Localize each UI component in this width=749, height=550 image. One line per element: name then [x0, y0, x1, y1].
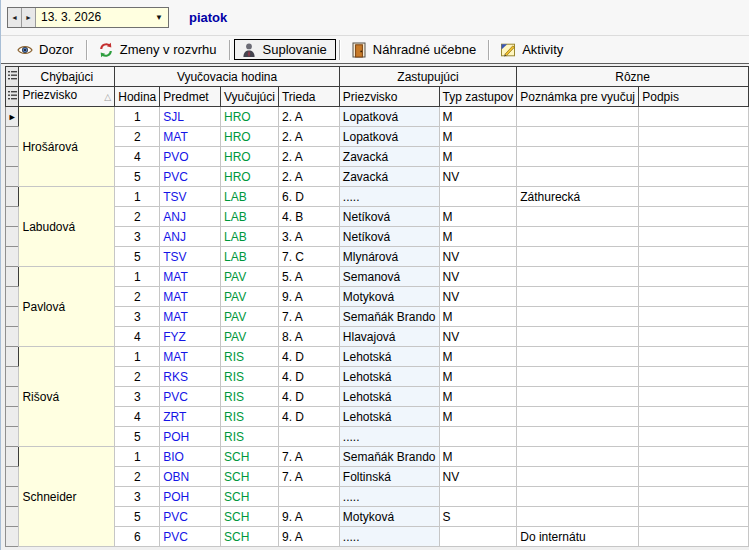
cell-poznamka[interactable] — [517, 347, 639, 367]
cell-typ[interactable]: M — [439, 107, 517, 127]
cell-poznamka[interactable] — [517, 207, 639, 227]
cell-predmet[interactable]: MAT — [160, 307, 221, 327]
cell-podpis[interactable] — [639, 427, 749, 447]
cell-hodina[interactable]: 2 — [115, 287, 160, 307]
cell-vyucujuci[interactable]: PAV — [220, 307, 278, 327]
cell-zastupujuci[interactable]: ..... — [339, 527, 439, 547]
cell-typ[interactable]: M — [439, 367, 517, 387]
cell-predmet[interactable]: POH — [160, 427, 221, 447]
cell-typ[interactable]: M — [439, 307, 517, 327]
row-selector[interactable] — [6, 167, 19, 187]
col-header-predmet[interactable]: Predmet — [160, 87, 221, 107]
cell-typ[interactable]: M — [439, 207, 517, 227]
cell-zastupujuci[interactable]: ..... — [339, 187, 439, 207]
cell-poznamka[interactable] — [517, 147, 639, 167]
cell-hodina[interactable]: 1 — [115, 447, 160, 467]
cell-vyucujuci[interactable]: SCH — [220, 507, 278, 527]
row-selector[interactable] — [6, 467, 19, 487]
cell-trieda[interactable]: 7. A — [278, 447, 339, 467]
cell-typ[interactable]: M — [439, 447, 517, 467]
row-selector[interactable] — [6, 527, 19, 547]
row-selector[interactable] — [6, 487, 19, 507]
cell-trieda[interactable]: 2. A — [278, 167, 339, 187]
cell-zastupujuci[interactable]: Semaňák Brando — [339, 447, 439, 467]
cell-zastupujuci[interactable]: Zavacká — [339, 147, 439, 167]
cell-typ[interactable]: NV — [439, 167, 517, 187]
cell-vyucujuci[interactable]: RIS — [220, 387, 278, 407]
cell-predmet[interactable]: ANJ — [160, 227, 221, 247]
row-selector[interactable] — [6, 387, 19, 407]
cell-podpis[interactable] — [639, 167, 749, 187]
cell-zastupujuci[interactable]: Foltinská — [339, 467, 439, 487]
row-selector[interactable] — [6, 407, 19, 427]
cell-hodina[interactable]: 1 — [115, 347, 160, 367]
cell-podpis[interactable] — [639, 347, 749, 367]
cell-trieda[interactable] — [278, 427, 339, 447]
cell-podpis[interactable] — [639, 147, 749, 167]
cell-trieda[interactable]: 7. C — [278, 247, 339, 267]
cell-zastupujuci[interactable]: Netíková — [339, 207, 439, 227]
cell-poznamka[interactable] — [517, 407, 639, 427]
cell-predmet[interactable]: MAT — [160, 127, 221, 147]
cell-vyucujuci[interactable]: LAB — [220, 247, 278, 267]
cell-hodina[interactable]: 3 — [115, 227, 160, 247]
cell-typ[interactable]: M — [439, 147, 517, 167]
cell-hodina[interactable]: 4 — [115, 147, 160, 167]
row-selector[interactable] — [6, 247, 19, 267]
missing-teacher-cell[interactable]: Pavlová — [19, 267, 115, 347]
cell-vyucujuci[interactable]: PAV — [220, 267, 278, 287]
cell-typ[interactable] — [439, 427, 517, 447]
cell-typ[interactable]: M — [439, 347, 517, 367]
cell-predmet[interactable]: PVC — [160, 167, 221, 187]
cell-hodina[interactable]: 2 — [115, 127, 160, 147]
cell-vyucujuci[interactable]: RIS — [220, 427, 278, 447]
tab-nahradne-ucebne[interactable]: Náhradné učebne — [344, 39, 485, 60]
cell-predmet[interactable]: RKS — [160, 367, 221, 387]
cell-hodina[interactable]: 5 — [115, 247, 160, 267]
cell-predmet[interactable]: PVC — [160, 387, 221, 407]
cell-vyucujuci[interactable]: LAB — [220, 227, 278, 247]
cell-vyucujuci[interactable]: RIS — [220, 407, 278, 427]
cell-trieda[interactable]: 9. A — [278, 287, 339, 307]
cell-zastupujuci[interactable]: Lehotská — [339, 407, 439, 427]
cell-vyucujuci[interactable]: HRO — [220, 167, 278, 187]
cell-poznamka[interactable]: Do internátu — [517, 527, 639, 547]
cell-trieda[interactable]: 8. A — [278, 327, 339, 347]
row-selector[interactable] — [6, 147, 19, 167]
cell-trieda[interactable]: 9. A — [278, 507, 339, 527]
cell-zastupujuci[interactable]: Lehotská — [339, 347, 439, 367]
cell-podpis[interactable] — [639, 387, 749, 407]
cell-podpis[interactable] — [639, 127, 749, 147]
cell-trieda[interactable]: 9. A — [278, 527, 339, 547]
cell-vyucujuci[interactable]: SCH — [220, 467, 278, 487]
cell-trieda[interactable]: 4. D — [278, 407, 339, 427]
cell-poznamka[interactable] — [517, 507, 639, 527]
cell-zastupujuci[interactable]: Mlynárová — [339, 247, 439, 267]
missing-teacher-cell[interactable]: Labudová — [19, 187, 115, 267]
cell-predmet[interactable]: TSV — [160, 247, 221, 267]
cell-poznamka[interactable] — [517, 487, 639, 507]
tab-dozor[interactable]: Dozor — [10, 39, 83, 60]
cell-poznamka[interactable] — [517, 467, 639, 487]
row-selector[interactable]: ► — [6, 107, 19, 127]
col-header-priezvisko[interactable]: Priezvisko △ — [19, 87, 115, 107]
cell-predmet[interactable]: PVC — [160, 527, 221, 547]
row-selector[interactable] — [6, 287, 19, 307]
cell-hodina[interactable]: 2 — [115, 207, 160, 227]
cell-poznamka[interactable] — [517, 267, 639, 287]
cell-podpis[interactable] — [639, 187, 749, 207]
cell-predmet[interactable]: MAT — [160, 347, 221, 367]
cell-trieda[interactable]: 2. A — [278, 127, 339, 147]
grid-menu-icon[interactable] — [6, 87, 19, 107]
cell-trieda[interactable]: 4. D — [278, 387, 339, 407]
cell-predmet[interactable]: ZRT — [160, 407, 221, 427]
cell-predmet[interactable]: ANJ — [160, 207, 221, 227]
cell-trieda[interactable]: 5. A — [278, 267, 339, 287]
cell-hodina[interactable]: 4 — [115, 407, 160, 427]
cell-predmet[interactable]: OBN — [160, 467, 221, 487]
cell-vyucujuci[interactable]: PAV — [220, 287, 278, 307]
cell-typ[interactable]: M — [439, 227, 517, 247]
cell-zastupujuci[interactable]: ..... — [339, 427, 439, 447]
cell-podpis[interactable] — [639, 307, 749, 327]
cell-hodina[interactable]: 3 — [115, 387, 160, 407]
